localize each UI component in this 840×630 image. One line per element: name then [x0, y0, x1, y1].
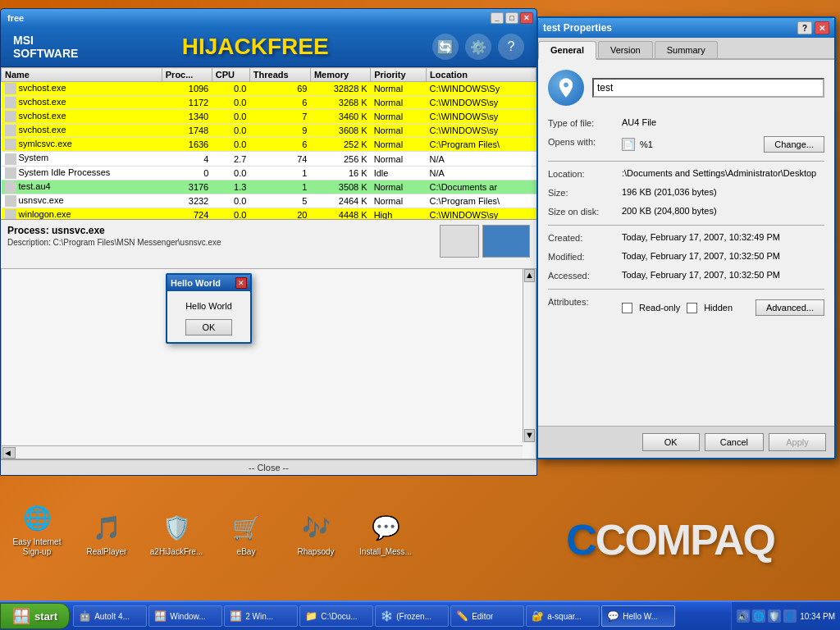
hello-dialog-titlebar: Hello World ✕ — [167, 275, 250, 291]
taskbar-item-autoit[interactable]: 🤖 AutoIt 4... — [73, 605, 147, 627]
minimize-button[interactable]: _ — [491, 12, 504, 24]
cdocu-icon: 📁 — [305, 610, 317, 622]
start-button[interactable]: 🪟 start — [0, 603, 70, 629]
properties-close-button[interactable]: ✕ — [815, 21, 829, 34]
proc-location-cell: C:\WINDOWS\sy — [427, 110, 536, 124]
realplayer-icon: 🎵 — [90, 511, 123, 544]
settings-icon[interactable]: ⚙️ — [465, 34, 491, 60]
opens-with-icon: 📄 — [622, 138, 635, 151]
type-value: AU4 File — [622, 117, 824, 127]
scroll-up-arrow[interactable]: ▲ — [524, 269, 535, 282]
scroll-left-arrow[interactable]: ◄ — [2, 447, 16, 459]
process-table-container[interactable]: Name Proc... CPU Threads Memory Priority… — [1, 67, 536, 219]
table-row[interactable]: svchost.exe10960.06932828 KNormalC:\WIND… — [2, 82, 536, 96]
properties-help-button[interactable]: ? — [797, 21, 812, 34]
desktop-icon-install[interactable]: 💬 Install_Mess... — [357, 508, 414, 560]
taskbar-item-hellow[interactable]: 💬 Hello W... — [601, 605, 675, 627]
close-button[interactable]: ✕ — [520, 12, 533, 24]
accessed-value: Today, February 17, 2007, 10:32:50 PM — [622, 270, 824, 280]
hidden-checkbox[interactable] — [687, 303, 697, 313]
tray-icon-1[interactable]: 🔊 — [737, 609, 750, 623]
bottom-scrollbar[interactable]: ◄ — [2, 445, 523, 459]
modified-label: Modified: — [548, 251, 622, 262]
editor-label: Editor — [472, 612, 493, 621]
desktop-icon-ebay[interactable]: 🛒 eBay — [217, 508, 275, 560]
tab-version[interactable]: Version — [598, 41, 653, 58]
maximize-button[interactable]: □ — [505, 12, 518, 24]
proc-threads-cell: 1 — [249, 166, 310, 180]
taskbar-right: 🔊 🌐 🛡️ 👤 10:34 PM — [731, 602, 840, 630]
table-row[interactable]: svchost.exe17480.093608 KNormalC:\WINDOW… — [2, 124, 536, 138]
table-row[interactable]: svchost.exe13400.073460 KNormalC:\WINDOW… — [2, 110, 536, 124]
table-row[interactable]: svchost.exe11720.063268 KNormalC:\WINDOW… — [2, 96, 536, 110]
taskbar-item-2win[interactable]: 🪟 2 Win... — [224, 605, 298, 627]
close-link[interactable]: -- Close -- — [1, 459, 536, 475]
refresh-icon[interactable]: 🔄 — [432, 34, 459, 60]
proc-pid-cell: 4 — [162, 152, 212, 166]
table-row[interactable]: usnsvc.exe32320.052464 KNormalC:\Program… — [2, 194, 536, 208]
tab-general[interactable]: General — [538, 41, 596, 60]
taskbar-item-frozen[interactable]: ❄️ (Frozen... — [375, 605, 449, 627]
compaq-logo: CCOMPAQ — [566, 515, 774, 564]
desktop-icon-rhapsody[interactable]: 🎶 Rhapsody — [287, 508, 345, 560]
scroll-down-arrow[interactable]: ▼ — [524, 429, 535, 442]
taskbar-item-window[interactable]: 🪟 Window... — [148, 605, 222, 627]
clock: 10:34 PM — [800, 611, 835, 622]
advanced-button[interactable]: Advanced... — [756, 299, 824, 316]
cancel-button[interactable]: Cancel — [705, 433, 764, 451]
proc-memory-cell: 3608 K — [310, 124, 370, 138]
prop-opens-row: Opens with: 📄 %1 Change... — [548, 136, 824, 153]
autoit-label: AutoIt 4... — [94, 612, 130, 621]
apply-button[interactable]: Apply — [769, 433, 826, 451]
window-label: Window... — [170, 612, 205, 621]
proc-name-cell: symlcsvc.exe — [2, 138, 162, 152]
col-cpu[interactable]: CPU — [212, 68, 249, 82]
hello-dialog-close-button[interactable]: ✕ — [235, 277, 247, 289]
desktop-icon-easyinternet[interactable]: 🌐 Easy InternetSign-up — [8, 498, 66, 560]
proc-window-icon — [440, 225, 479, 258]
hijackfree-window: free _ □ ✕ MSISOFTWARE HIJACKFREE 🔄 ⚙️ ?… — [0, 8, 537, 476]
right-scrollbar[interactable]: ▲ ▼ — [523, 269, 536, 442]
size-disk-value: 200 KB (204,800 bytes) — [622, 206, 824, 216]
readonly-label: Read-only — [639, 303, 680, 313]
desktop-icon-hijackfree[interactable]: 🛡️ a2HiJackFre... — [148, 508, 205, 560]
attributes-label: Attributes: — [548, 296, 622, 307]
tray-icon-3[interactable]: 🛡️ — [768, 609, 781, 623]
proc-name-cell: svchost.exe — [2, 124, 162, 138]
readonly-checkbox[interactable] — [622, 303, 632, 313]
tray-icon-4[interactable]: 👤 — [783, 609, 797, 623]
prop-size-disk-row: Size on disk: 200 KB (204,800 bytes) — [548, 206, 824, 217]
taskbar-item-cdocu[interactable]: 📁 C:\Docu... — [299, 605, 373, 627]
col-location[interactable]: Location — [427, 68, 536, 82]
table-row[interactable]: System Idle Processes00.0116 KIdleN/A — [2, 166, 536, 180]
table-row[interactable]: System42.774256 KNormalN/A — [2, 152, 536, 166]
table-row[interactable]: symlcsvc.exe16360.06252 KNormalC:\Progra… — [2, 138, 536, 152]
proc-threads-cell: 69 — [249, 82, 310, 96]
accessed-label: Accessed: — [548, 270, 622, 281]
table-row[interactable]: test.au431761.313508 KNormalC:\Documents… — [2, 180, 536, 194]
proc-cpu-cell: 0.0 — [212, 166, 249, 180]
proc-pid-cell: 724 — [162, 208, 212, 219]
table-row[interactable]: winlogon.exe7240.0204448 KHighC:\WINDOWS… — [2, 208, 536, 219]
change-button[interactable]: Change... — [764, 136, 824, 153]
proc-cpu-cell: 2.7 — [212, 152, 249, 166]
hello-dialog-ok-button[interactable]: OK — [185, 319, 233, 336]
taskbar-item-asquare[interactable]: 🔐 a-squar... — [526, 605, 600, 627]
tray-icon-2[interactable]: 🌐 — [752, 609, 765, 623]
properties-titlebar-buttons: ? ✕ — [797, 21, 829, 34]
col-priority[interactable]: Priority — [371, 68, 427, 82]
help-icon[interactable]: ? — [498, 34, 524, 60]
proc-pid-cell: 1340 — [162, 110, 212, 124]
desktop-icon-realplayer[interactable]: 🎵 RealPlayer — [78, 508, 135, 560]
col-threads[interactable]: Threads — [249, 68, 310, 82]
tab-summary[interactable]: Summary — [655, 41, 718, 58]
autoit-icon: 🤖 — [79, 610, 91, 622]
ok-button[interactable]: OK — [642, 433, 700, 451]
col-proc[interactable]: Proc... — [162, 68, 212, 82]
col-name[interactable]: Name — [2, 68, 162, 82]
col-memory[interactable]: Memory — [310, 68, 370, 82]
filename-input[interactable] — [592, 78, 824, 98]
proc-priority-cell: Normal — [371, 194, 427, 208]
location-label: Location: — [548, 168, 622, 179]
taskbar-item-editor[interactable]: ✏️ Editor — [450, 605, 524, 627]
